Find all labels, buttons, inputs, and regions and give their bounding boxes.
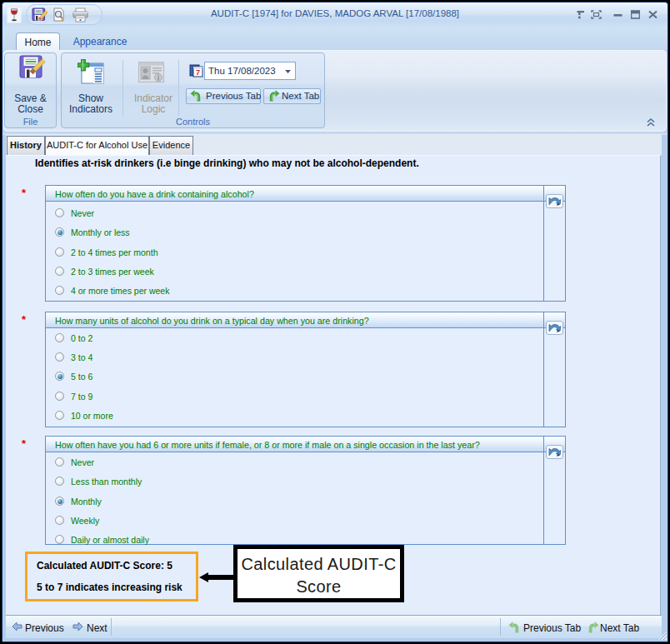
svg-text:7: 7: [196, 68, 200, 77]
